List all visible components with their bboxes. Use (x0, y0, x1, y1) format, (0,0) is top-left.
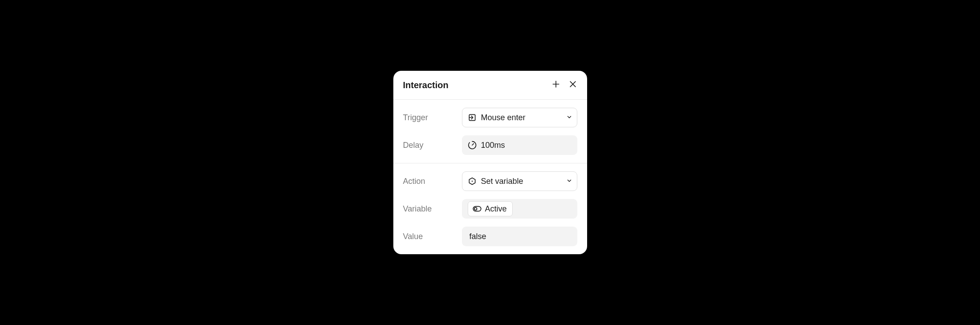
action-section: Action Set variable Variable (393, 163, 587, 254)
panel-header: Interaction (393, 71, 587, 100)
svg-point-8 (471, 181, 473, 182)
timer-icon (468, 141, 477, 150)
action-row: Action Set variable (403, 171, 577, 191)
variable-label: Variable (403, 204, 457, 214)
boolean-icon (473, 206, 482, 212)
variable-icon (468, 177, 477, 186)
trigger-row: Trigger Mouse enter (403, 108, 577, 127)
variable-input[interactable]: Active (462, 199, 577, 219)
delay-input[interactable]: 100ms (462, 135, 577, 155)
trigger-value: Mouse enter (481, 113, 562, 122)
value-row: Value false (403, 227, 577, 246)
value-label: Value (403, 232, 457, 241)
mouse-enter-icon (468, 113, 477, 122)
trigger-select[interactable]: Mouse enter (462, 108, 577, 127)
header-actions (551, 80, 577, 90)
action-label: Action (403, 177, 457, 186)
svg-point-10 (474, 207, 477, 210)
delay-label: Delay (403, 141, 457, 150)
variable-value: Active (485, 204, 507, 214)
value-input[interactable]: false (462, 227, 577, 246)
chevron-down-icon (566, 177, 572, 186)
variable-row: Variable Active (403, 199, 577, 219)
panel-title: Interaction (403, 80, 449, 90)
value-value: false (468, 232, 572, 241)
close-button[interactable] (568, 80, 577, 90)
variable-chip[interactable]: Active (468, 201, 513, 216)
plus-icon (551, 80, 560, 90)
trigger-label: Trigger (403, 113, 457, 122)
chevron-down-icon (566, 113, 572, 122)
action-select[interactable]: Set variable (462, 171, 577, 191)
trigger-section: Trigger Mouse enter Delay (393, 100, 587, 163)
delay-value: 100ms (481, 141, 572, 150)
delay-row: Delay 100ms (403, 135, 577, 155)
svg-line-6 (472, 144, 474, 145)
add-button[interactable] (551, 80, 560, 90)
action-value: Set variable (481, 177, 562, 186)
close-icon (568, 80, 577, 90)
interaction-panel: Interaction (393, 71, 587, 254)
